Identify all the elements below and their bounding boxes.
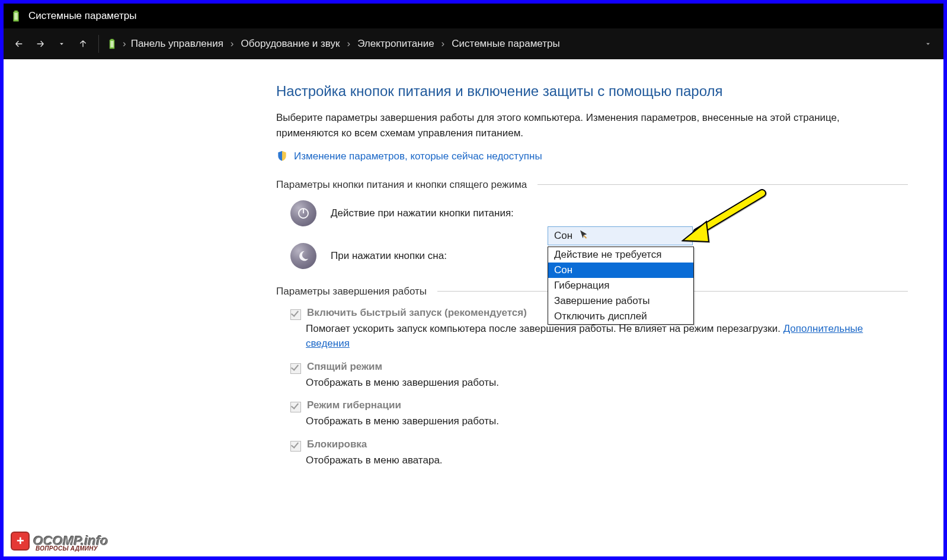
check-hibernate: Режим гибернации [276,399,908,412]
nav-forward-button[interactable] [32,36,49,52]
select-option[interactable]: Отключить дисплей [548,309,693,324]
checkbox[interactable] [290,309,301,320]
check-description: Отображать в меню завершения работы. [276,414,887,429]
check-sleep: Спящий режим [276,361,908,374]
window: Системные параметры › Панель управления›… [0,0,947,560]
window-title: Системные параметры [28,10,136,22]
plus-icon: + [11,532,30,551]
separator [98,35,99,53]
nav-recent-button[interactable] [53,36,70,52]
breadcrumb-item[interactable]: Системные параметры [452,38,559,50]
chevron-right-icon: › [231,38,234,50]
check-description: Отображать в меню завершения работы. [276,375,887,391]
select-option[interactable]: Завершение работы [548,293,693,309]
checkbox-label: Режим гибернации [307,399,401,411]
section-header-buttons: Параметры кнопки питания и кнопки спящег… [276,179,908,191]
battery-icon [106,38,118,50]
check-lock: Блокировка [276,439,908,452]
select-value: Сон [554,230,572,242]
address-bar: › Панель управления› Оборудование и звук… [4,28,943,59]
breadcrumb: Панель управления› Оборудование и звук› … [131,38,915,50]
select-option[interactable]: Действие не требуется [548,247,693,263]
checkbox[interactable] [290,363,301,374]
shield-icon [276,150,288,164]
breadcrumb-item[interactable]: Оборудование и звук [241,38,340,50]
breadcrumb-item[interactable]: Панель управления [131,38,223,50]
power-icon [290,200,316,226]
power-action-options: Действие не требуется Сон Гибернация Зав… [548,247,694,325]
page-title: Настройка кнопок питания и включение защ… [276,83,908,100]
watermark-subtext: ВОПРОСЫ АДМИНУ [36,545,98,552]
checkbox[interactable] [290,402,301,412]
breadcrumb-item[interactable]: Электропитание [357,38,434,50]
titlebar: Системные параметры [4,4,943,28]
select-option[interactable]: Гибернация [548,278,693,293]
section-label: Параметры завершения работы [276,286,427,297]
checkbox-label: Спящий режим [307,361,382,373]
power-button-row: Действие при нажатии кнопки питания: [276,200,908,226]
content-area: Настройка кнопок питания и включение защ… [4,59,943,489]
cursor-icon [578,229,589,243]
power-button-label: Действие при нажатии кнопки питания: [331,207,514,219]
unlock-settings-link[interactable]: Изменение параметров, которые сейчас нед… [294,151,542,162]
address-dropdown-button[interactable] [920,36,936,52]
separator [538,184,908,185]
nav-up-button[interactable] [75,36,91,52]
section-label: Параметры кнопки питания и кнопки спящег… [276,179,527,191]
checkbox-label: Включить быстрый запуск (рекомендуется) [307,307,527,319]
unlock-link-row: Изменение параметров, которые сейчас нед… [276,150,908,164]
check-description: Помогает ускорить запуск компьютера посл… [276,321,887,351]
select-display[interactable]: Сон [548,226,693,245]
chevron-right-icon: › [123,38,126,50]
checkbox-label: Блокировка [307,439,367,450]
battery-icon [9,9,23,23]
page-description: Выберите параметры завершения работы для… [276,110,881,142]
chevron-right-icon: › [347,38,350,50]
power-action-select[interactable]: Сон [548,226,693,245]
check-text: Помогает ускорить запуск компьютера посл… [306,323,783,334]
check-description: Отображать в меню аватара. [276,453,887,468]
select-option[interactable]: Сон [548,263,693,278]
moon-icon [290,243,316,269]
nav-back-button[interactable] [11,36,27,52]
sleep-button-label: При нажатии кнопки сна: [331,250,447,262]
checkbox[interactable] [290,441,301,452]
watermark: + OCOMP.info ВОПРОСЫ АДМИНУ [11,532,108,551]
chevron-right-icon: › [441,38,445,50]
